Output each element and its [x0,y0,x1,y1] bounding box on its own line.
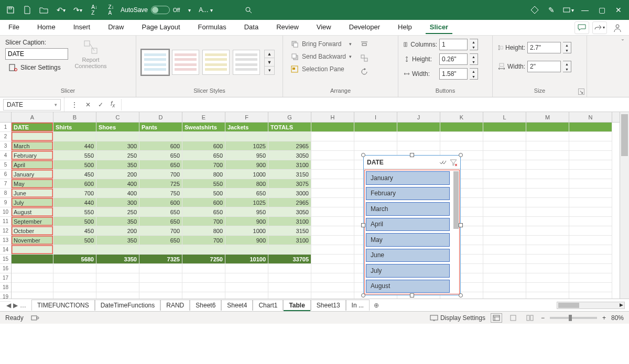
cell[interactable] [12,273,53,283]
cell[interactable] [483,198,526,207]
cell[interactable] [483,132,526,141]
cell[interactable] [311,283,354,292]
qat-more-icon[interactable]: ▾ [182,3,197,17]
cell[interactable] [182,132,225,141]
cell[interactable]: 700 [182,217,225,226]
column-header[interactable]: A [12,112,53,122]
zoom-out-icon[interactable]: − [541,314,545,322]
size-height-input[interactable]: 2.7" [527,42,561,53]
cell[interactable]: February [12,151,53,160]
row-header[interactable]: 6 [0,170,11,179]
column-header[interactable]: C [96,112,139,122]
cell[interactable]: 800 [182,226,225,236]
cell[interactable] [569,123,612,132]
cell[interactable]: 450 [53,170,96,179]
cell[interactable] [569,292,612,299]
cell[interactable]: 3050 [268,207,311,217]
gallery-more-icon[interactable]: ▾ [265,67,274,74]
cell[interactable] [311,217,354,226]
cell[interactable] [12,283,53,292]
cell[interactable] [397,123,440,132]
draw-icon[interactable]: ✎ [544,3,559,17]
sheet-tab[interactable]: Sheet6 [190,300,221,311]
gallery-down-icon[interactable]: ▼ [265,58,274,67]
diamond-icon[interactable] [527,3,542,17]
cell[interactable] [12,245,53,255]
cell[interactable]: Shoes [96,123,139,132]
cell[interactable]: 3150 [268,226,311,236]
cell[interactable] [440,132,483,141]
cell[interactable]: 450 [53,226,96,236]
cell[interactable]: 2965 [268,141,311,151]
column-header[interactable]: B [53,112,96,122]
cell[interactable] [526,236,569,245]
slicer-item[interactable]: August [366,280,450,293]
cell[interactable]: 3100 [268,217,311,226]
cell[interactable]: 440 [53,198,96,207]
slicer-item[interactable]: May [366,233,450,247]
row-header[interactable]: 1 [0,123,11,132]
column-header[interactable]: F [225,112,268,122]
cell[interactable]: 500 [53,236,96,245]
resize-handle[interactable] [459,153,463,157]
cell[interactable]: 500 [182,189,225,198]
cell[interactable]: January [12,170,53,179]
row-header[interactable]: 9 [0,198,11,207]
formula-input[interactable] [121,99,629,111]
new-file-icon[interactable] [20,3,35,17]
cell[interactable]: 800 [225,179,268,189]
cell[interactable]: 1000 [225,170,268,179]
cell[interactable] [12,292,53,299]
sheet-tab[interactable]: Sheet13 [311,300,346,311]
cell[interactable] [569,179,612,189]
cell[interactable] [311,245,354,255]
expand-fbar-icon[interactable]: ⋮ [68,101,81,109]
cell[interactable]: 725 [139,179,182,189]
cell[interactable] [96,292,139,299]
cell[interactable]: 200 [96,170,139,179]
cell[interactable] [354,123,397,132]
tab-help[interactable]: Help [394,21,416,34]
column-header[interactable]: G [268,112,311,122]
column-header[interactable]: H [311,112,354,122]
cell[interactable]: June [12,189,53,198]
autosave-switch-icon[interactable] [151,6,170,14]
size-width-spinner[interactable]: ▲▼ [563,61,571,72]
cell[interactable] [526,151,569,160]
horizontal-scrollbar[interactable]: ◀▶ [557,302,625,309]
cell[interactable] [225,132,268,141]
cell[interactable] [526,245,569,255]
cell[interactable] [526,141,569,151]
sort-desc-icon[interactable]: Z↓A [104,3,118,17]
cell[interactable] [311,132,354,141]
multi-select-icon[interactable] [439,159,447,166]
save-icon[interactable] [3,3,18,17]
row-header[interactable]: 15 [0,255,11,264]
cell[interactable]: 700 [139,170,182,179]
cell[interactable]: 650 [139,217,182,226]
cell[interactable] [12,132,53,141]
size-height-spinner[interactable]: ▲▼ [563,42,571,53]
slicer-item[interactable]: April [366,218,450,231]
page-layout-view-icon[interactable] [507,313,519,323]
cell[interactable] [483,151,526,160]
vertical-scrollbar[interactable] [620,112,629,299]
cell[interactable] [139,273,182,283]
column-header[interactable]: D [139,112,182,122]
slicer-item[interactable]: March [366,202,450,216]
sheet-nav-prev-icon[interactable]: ◀ [6,302,11,309]
cell[interactable]: 650 [139,207,182,217]
collapse-ribbon-icon[interactable]: ˇ [622,39,624,46]
style-swatch[interactable] [142,50,169,75]
cell[interactable] [569,151,612,160]
cell[interactable] [569,141,612,151]
cell[interactable]: 7250 [182,255,225,264]
cell[interactable] [182,264,225,273]
cell[interactable] [483,160,526,170]
cell[interactable]: 400 [96,179,139,189]
cell[interactable] [526,123,569,132]
resize-handle[interactable] [361,153,365,157]
resize-handle[interactable] [410,293,414,297]
row-header[interactable]: 10 [0,207,11,217]
cell[interactable]: 700 [182,236,225,245]
